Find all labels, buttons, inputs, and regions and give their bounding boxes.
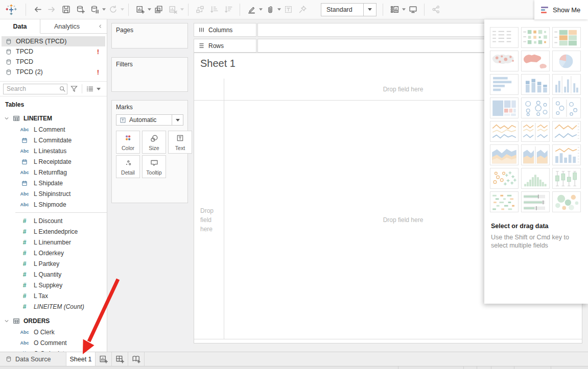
field-row[interactable]: L Commitdate [0,135,107,145]
field-row[interactable]: # L Partkey [0,258,107,269]
group-members-button[interactable] [263,1,276,18]
showme-side-by-side-circles[interactable] [552,97,581,118]
data-source-item[interactable]: ORDERS (TPCD) [2,36,105,46]
showme-pie-chart[interactable] [552,51,581,71]
search-input[interactable] [3,84,67,94]
show-hide-cards-button[interactable] [388,1,401,18]
fit-mode-select[interactable]: Standard [321,3,377,16]
showme-horizontal-bars[interactable] [490,74,519,95]
caret-down-icon[interactable] [148,8,151,11]
showme-gantt[interactable] [490,191,519,212]
field-row[interactable]: # L Tax [0,290,107,301]
showme-area-charts-discrete[interactable] [521,144,550,165]
drop-zone-rows[interactable]: Drop field here [194,101,224,339]
new-worksheet-button[interactable] [133,1,147,18]
showme-packed-bubbles[interactable] [552,191,581,212]
save-button[interactable] [59,1,73,18]
view-options-icon[interactable] [86,85,94,93]
caret-down-icon[interactable] [97,88,101,90]
marks-tooltip-button[interactable]: Tooltip [142,155,166,178]
presentation-mode-button[interactable] [406,1,419,18]
data-source-item[interactable]: TPCD ! [2,46,105,57]
share-workbook-button[interactable] [429,1,442,18]
field-row[interactable]: Abc L Shipmode [0,199,107,210]
caret-down-icon[interactable] [121,8,124,11]
table-header[interactable]: LINEITEM [0,113,107,124]
show-mark-labels-button[interactable] [281,1,295,18]
field-row[interactable]: Abc L Returnflag [0,167,107,178]
data-source-item[interactable]: TPCD [2,57,105,67]
pages-card[interactable]: Pages [111,23,188,48]
showme-filled-map[interactable] [521,51,550,71]
showme-symbol-map[interactable] [490,51,519,71]
field-row[interactable]: O Orderdate [0,348,107,352]
marks-detail-button[interactable]: Detail [116,155,140,178]
chevron-down-icon[interactable] [4,318,9,324]
sort-descending-button[interactable] [222,1,235,18]
tab-analytics[interactable]: Analytics [40,19,93,34]
new-story-tab-button[interactable] [128,352,145,366]
table-header[interactable]: ORDERS [0,315,107,327]
showme-circle-views[interactable] [521,97,550,118]
field-row[interactable]: Abc L Linestatus [0,145,107,156]
field-row[interactable]: # L Linenumber [0,237,107,248]
showme-lines-continuous[interactable] [490,121,519,142]
showme-highlight-table[interactable] [552,27,581,48]
field-row[interactable]: L Receiptdate [0,156,107,167]
field-row[interactable]: # LINEITEM (Count) [0,301,107,312]
showme-scatter-plots[interactable] [490,168,519,189]
data-source-tab[interactable]: Data Source [0,352,66,366]
showme-histogram[interactable] [521,168,550,189]
caret-down-icon[interactable] [180,8,184,11]
showme-text-table[interactable] [490,27,519,48]
field-row[interactable]: Abc O Comment [0,337,107,348]
new-data-source-button[interactable] [74,1,87,18]
redo-button[interactable] [45,1,58,18]
duplicate-sheet-button[interactable] [152,1,165,18]
pause-auto-updates-button[interactable] [88,1,101,18]
marks-text-button[interactable]: Text [168,131,192,154]
caret-down-icon[interactable] [363,4,376,16]
marks-color-button[interactable]: Color [116,131,140,154]
showme-bullet-graphs[interactable] [521,191,550,212]
field-row[interactable]: Abc O Clerk [0,327,107,337]
showme-lines-discrete[interactable] [521,121,550,142]
fix-axes-button[interactable] [296,1,309,18]
showme-area-charts-continuous[interactable] [490,144,519,165]
showme-heat-map[interactable] [521,27,550,48]
caret-down-icon[interactable] [172,115,183,125]
chevron-down-icon[interactable] [4,116,9,121]
showme-stacked-bars[interactable] [521,74,550,95]
field-row[interactable]: L Shipdate [0,178,107,188]
filter-fields-icon[interactable] [70,85,78,93]
field-row[interactable]: Abc L Shipinstruct [0,188,107,199]
caret-down-icon[interactable] [102,8,106,11]
new-dashboard-tab-button[interactable] [112,352,128,366]
field-row[interactable]: # L Suppkey [0,280,107,290]
sort-ascending-button[interactable] [207,1,221,18]
field-row[interactable]: # L Quantity [0,269,107,280]
field-row[interactable]: # L Orderkey [0,248,107,258]
undo-button[interactable] [31,1,44,18]
caret-down-icon[interactable] [402,8,406,11]
field-row[interactable]: Abc L Comment [0,124,107,135]
collapse-pane-icon[interactable] [93,19,107,34]
field-row[interactable]: # L Discount [0,215,107,226]
field-row[interactable]: # L Extendedprice [0,226,107,237]
showme-treemap[interactable] [490,97,519,118]
run-update-button[interactable] [106,1,120,18]
swap-rows-columns-button[interactable] [193,1,206,18]
marks-size-button[interactable]: Size [142,131,166,154]
tab-data[interactable]: Data [0,19,40,34]
clear-sheet-button[interactable] [166,1,179,18]
data-source-item[interactable]: TPCD (2) ! [2,67,105,77]
showme-side-by-side-bars[interactable] [552,74,581,95]
showme-box-and-whisker[interactable] [552,168,581,189]
caret-down-icon[interactable] [259,8,263,11]
mark-type-dropdown[interactable]: Automatic [116,114,183,126]
show-me-button[interactable]: Show Me [534,0,588,19]
highlight-button[interactable] [245,1,258,18]
filters-card[interactable]: Filters [111,57,188,92]
new-worksheet-tab-button[interactable] [96,352,112,366]
sheet-tab-active[interactable]: Sheet 1 [66,352,96,366]
